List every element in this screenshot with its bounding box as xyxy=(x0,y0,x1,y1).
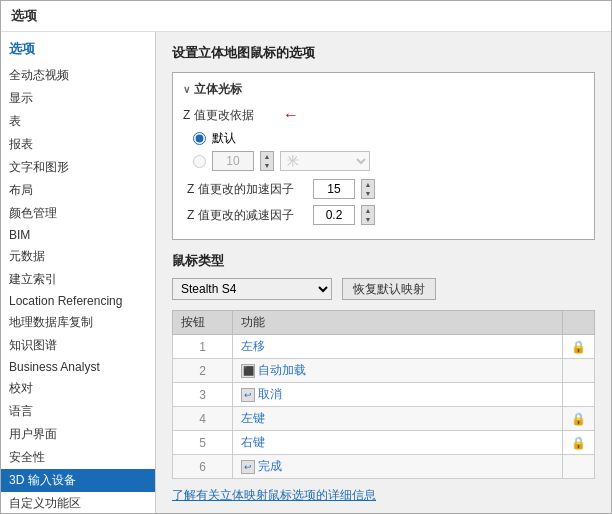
sidebar-item-7[interactable]: BIM xyxy=(1,225,155,245)
z-value-input[interactable] xyxy=(212,151,254,171)
auto-load-icon: ⬛ xyxy=(241,364,255,378)
dialog-title: 选项 xyxy=(1,1,611,32)
table-row: 3 ↩ 取消 xyxy=(173,383,595,407)
btn-num-5: 5 xyxy=(173,431,233,455)
radio-group: 默认 ▲ ▼ 米 xyxy=(193,130,584,171)
radio-default-row: 默认 xyxy=(193,130,584,147)
btn-func-3: ↩ 取消 xyxy=(233,383,563,407)
accel-spinner[interactable]: ▲ ▼ xyxy=(361,179,375,199)
accel-input[interactable] xyxy=(313,179,355,199)
func-icon-6: ↩ 完成 xyxy=(241,458,282,475)
sidebar-item-1[interactable]: 显示 xyxy=(1,87,155,110)
z-value-spinner[interactable]: ▲ ▼ xyxy=(260,151,274,171)
z-change-row: Z 值更改依据 ← xyxy=(183,106,584,124)
stereo-group-label: 立体光标 xyxy=(183,81,584,98)
lock-icon-4: 🔒 xyxy=(571,412,586,426)
accel-row: Z 值更改的加速因子 ▲ ▼ xyxy=(187,179,584,199)
reset-button[interactable]: 恢复默认映射 xyxy=(342,278,436,300)
btn-func-2: ⬛ 自动加载 xyxy=(233,359,563,383)
accel-spinner-up[interactable]: ▲ xyxy=(362,180,374,189)
sidebar-item-13[interactable]: Business Analyst xyxy=(1,357,155,377)
table-row: 5 右键 🔒 xyxy=(173,431,595,455)
lock-icon-5: 🔒 xyxy=(571,436,586,450)
main-content: 设置立体地图鼠标的选项 立体光标 Z 值更改依据 ← 默认 xyxy=(156,32,611,513)
btn-func-5: 右键 xyxy=(233,431,563,455)
radio-value-row: ▲ ▼ 米 xyxy=(193,151,584,171)
title-text: 选项 xyxy=(11,8,37,23)
btn-nolock-6 xyxy=(563,455,595,479)
col-lock xyxy=(563,311,595,335)
stereo-group: 立体光标 Z 值更改依据 ← 默认 ▲ xyxy=(172,72,595,240)
sidebar-item-5[interactable]: 布局 xyxy=(1,179,155,202)
btn-func-1: 左移 xyxy=(233,335,563,359)
lock-icon-1: 🔒 xyxy=(571,340,586,354)
col-button: 按钮 xyxy=(173,311,233,335)
sidebar-item-19[interactable]: 自定义功能区 xyxy=(1,492,155,513)
spinner-down[interactable]: ▼ xyxy=(261,161,273,170)
sidebar-item-9[interactable]: 建立索引 xyxy=(1,268,155,291)
sidebar-header: 选项 xyxy=(1,36,155,64)
arrow-icon: ← xyxy=(283,106,299,124)
sidebar-item-2[interactable]: 表 xyxy=(1,110,155,133)
page-title: 设置立体地图鼠标的选项 xyxy=(172,44,595,62)
mouse-type-label: 鼠标类型 xyxy=(172,252,595,270)
btn-num-3: 3 xyxy=(173,383,233,407)
sidebar-item-3[interactable]: 报表 xyxy=(1,133,155,156)
dialog-body: 选项 全动态视频 显示 表 报表 文字和图形 布局 颜色管理 BIM 元数据 建… xyxy=(1,32,611,513)
sidebar-item-15[interactable]: 语言 xyxy=(1,400,155,423)
radio-value[interactable] xyxy=(193,155,206,168)
btn-lock-1: 🔒 xyxy=(563,335,595,359)
table-row: 1 左移 🔒 xyxy=(173,335,595,359)
decel-row: Z 值更改的减速因子 ▲ ▼ xyxy=(187,205,584,225)
mouse-type-section: 鼠标类型 Stealth S4 恢复默认映射 按钮 功能 xyxy=(172,252,595,479)
sidebar-item-14[interactable]: 校对 xyxy=(1,377,155,400)
table-row: 6 ↩ 完成 xyxy=(173,455,595,479)
btn-num-2: 2 xyxy=(173,359,233,383)
complete-icon: ↩ xyxy=(241,460,255,474)
btn-func-4: 左键 xyxy=(233,407,563,431)
sidebar-item-16[interactable]: 用户界面 xyxy=(1,423,155,446)
accel-label: Z 值更改的加速因子 xyxy=(187,181,307,198)
btn-nolock-2 xyxy=(563,359,595,383)
footer-link[interactable]: 了解有关立体映射鼠标选项的详细信息 xyxy=(172,487,595,504)
sidebar-item-12[interactable]: 知识图谱 xyxy=(1,334,155,357)
sidebar-item-17[interactable]: 安全性 xyxy=(1,446,155,469)
radio-default-label: 默认 xyxy=(212,130,236,147)
col-func: 功能 xyxy=(233,311,563,335)
options-dialog: 选项 选项 全动态视频 显示 表 报表 文字和图形 布局 颜色管理 BIM 元数… xyxy=(0,0,612,514)
decel-input[interactable] xyxy=(313,205,355,225)
accel-spinner-down[interactable]: ▼ xyxy=(362,189,374,198)
btn-num-6: 6 xyxy=(173,455,233,479)
sidebar-item-18[interactable]: 3D 输入设备 xyxy=(1,469,155,492)
sidebar-item-10[interactable]: Location Referencing xyxy=(1,291,155,311)
sidebar-item-8[interactable]: 元数据 xyxy=(1,245,155,268)
btn-nolock-3 xyxy=(563,383,595,407)
sidebar-item-6[interactable]: 颜色管理 xyxy=(1,202,155,225)
func-icon-2: ⬛ 自动加载 xyxy=(241,362,306,379)
table-row: 2 ⬛ 自动加载 xyxy=(173,359,595,383)
table-row: 4 左键 🔒 xyxy=(173,407,595,431)
decel-label: Z 值更改的减速因子 xyxy=(187,207,307,224)
btn-lock-4: 🔒 xyxy=(563,407,595,431)
button-table: 按钮 功能 1 左移 🔒 xyxy=(172,310,595,479)
func-icon-3: ↩ 取消 xyxy=(241,386,282,403)
z-change-label: Z 值更改依据 xyxy=(183,107,273,124)
sidebar-item-0[interactable]: 全动态视频 xyxy=(1,64,155,87)
btn-num-1: 1 xyxy=(173,335,233,359)
decel-spinner-down[interactable]: ▼ xyxy=(362,215,374,224)
unit-dropdown[interactable]: 米 xyxy=(280,151,370,171)
btn-func-6: ↩ 完成 xyxy=(233,455,563,479)
mouse-type-row: Stealth S4 恢复默认映射 xyxy=(172,278,595,300)
mouse-type-dropdown[interactable]: Stealth S4 xyxy=(172,278,332,300)
radio-default[interactable] xyxy=(193,132,206,145)
spinner-up[interactable]: ▲ xyxy=(261,152,273,161)
decel-spinner[interactable]: ▲ ▼ xyxy=(361,205,375,225)
btn-num-4: 4 xyxy=(173,407,233,431)
sidebar: 选项 全动态视频 显示 表 报表 文字和图形 布局 颜色管理 BIM 元数据 建… xyxy=(1,32,156,513)
sidebar-item-4[interactable]: 文字和图形 xyxy=(1,156,155,179)
sidebar-item-11[interactable]: 地理数据库复制 xyxy=(1,311,155,334)
decel-spinner-up[interactable]: ▲ xyxy=(362,206,374,215)
cancel-icon: ↩ xyxy=(241,388,255,402)
btn-lock-5: 🔒 xyxy=(563,431,595,455)
